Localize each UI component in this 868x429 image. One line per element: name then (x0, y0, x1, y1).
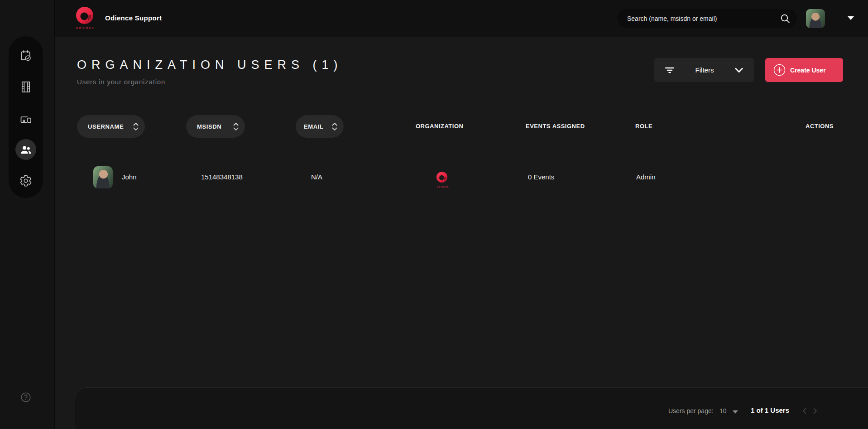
odience-logo-mark (436, 171, 448, 183)
user-avatar[interactable] (806, 9, 825, 28)
gear-icon (19, 174, 32, 187)
per-page-caret-icon[interactable] (733, 410, 738, 414)
row-user-avatar (93, 166, 113, 188)
profile-menu-caret-icon[interactable] (848, 16, 854, 20)
calendar-check-icon (19, 49, 32, 62)
cell-msisdn: 15148348138 (201, 173, 243, 181)
sidebar-item-events[interactable] (17, 47, 35, 65)
sidebar (9, 36, 43, 198)
filters-label: Filters (695, 66, 714, 74)
column-header-actions: ACTIONS (806, 123, 834, 130)
sidebar-item-devices[interactable] (17, 111, 35, 129)
film-icon (19, 81, 32, 93)
next-page-icon (812, 407, 818, 415)
cell-username: John (122, 173, 137, 181)
sidebar-item-users[interactable] (17, 140, 35, 159)
filters-button[interactable]: Filters (654, 58, 754, 82)
logo-wordmark: ODIENCE (436, 186, 450, 188)
people-icon (19, 143, 32, 156)
sidebar-item-media[interactable] (17, 78, 35, 96)
sidebar-rail (0, 0, 55, 429)
odience-logo: ODIENCE (75, 5, 96, 32)
column-header-role: ROLE (635, 123, 652, 130)
app-root: ODIENCE Odience Support ORGANIZATION USE… (0, 0, 868, 429)
search-icon[interactable] (780, 13, 791, 24)
table-footer (75, 387, 868, 429)
search-input[interactable] (617, 15, 780, 22)
next-page-button[interactable] (812, 407, 818, 416)
help-button[interactable] (20, 391, 32, 403)
filter-icon (664, 65, 675, 76)
sort-down-icon (233, 127, 239, 131)
create-user-button[interactable]: Create User (765, 58, 843, 82)
cell-role: Admin (636, 173, 656, 181)
prev-page-icon (801, 407, 808, 415)
create-user-label: Create User (790, 67, 826, 74)
page-title: ORGANIZATION USERS (1) (77, 58, 343, 72)
sort-down-icon (133, 127, 139, 131)
per-page-label: Users per page: (668, 407, 714, 415)
sort-control[interactable] (133, 122, 139, 131)
sort-down-icon (332, 127, 337, 131)
cell-events-assigned: 0 Events (528, 173, 554, 181)
app-title: Odience Support (105, 14, 162, 22)
per-page-value[interactable]: 10 (719, 407, 727, 415)
column-header-msisdn[interactable]: MSISDN (186, 115, 245, 138)
sort-control[interactable] (332, 122, 337, 131)
devices-icon (19, 113, 32, 126)
column-label: USERNAME (88, 123, 124, 130)
search-bar (617, 9, 797, 28)
sort-up-icon (133, 122, 139, 126)
top-bar: ODIENCE Odience Support (55, 0, 868, 37)
sort-up-icon (332, 122, 337, 126)
logo-wordmark: ODIENCE (75, 26, 96, 29)
plus-circle-icon (773, 64, 786, 76)
pagination-range: 1 of 1 Users (751, 406, 789, 414)
chevron-down-icon (734, 65, 744, 75)
sidebar-item-settings[interactable] (17, 172, 35, 190)
cell-email: N/A (311, 173, 322, 181)
sort-up-icon (233, 122, 239, 126)
page-subtitle: Users in your organization (77, 78, 165, 86)
column-header-events-assigned: EVENTS ASSIGNED (526, 123, 585, 130)
column-header-email[interactable]: EMAIL (296, 115, 344, 138)
column-label: EMAIL (304, 123, 323, 130)
prev-page-button[interactable] (801, 407, 808, 416)
help-icon (20, 391, 32, 403)
column-label: MSISDN (197, 123, 221, 130)
sort-control[interactable] (233, 122, 239, 131)
cell-organization-logo: ODIENCE (436, 171, 450, 190)
column-header-username[interactable]: USERNAME (77, 115, 145, 138)
column-header-organization: ORGANIZATION (416, 123, 463, 130)
odience-logo-mark (75, 5, 95, 25)
